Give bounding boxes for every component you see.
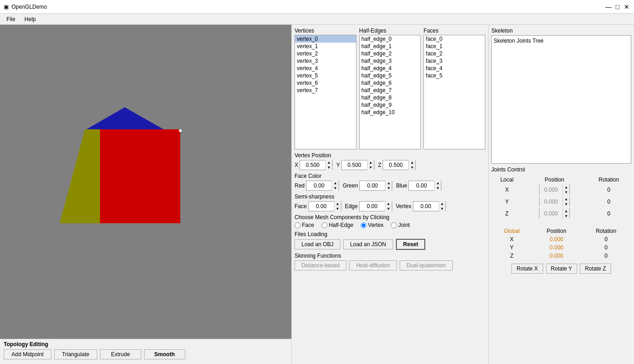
vertex-list-item[interactable]: vertex_3 [295,57,356,65]
green-down-arrow[interactable]: ▼ [385,186,392,191]
face-sharp-down-arrow[interactable]: ▼ [334,206,341,211]
load-json-button[interactable]: Load an JSON [343,239,393,249]
blue-input[interactable] [409,181,434,190]
vertices-list[interactable]: vertex_0vertex_1vertex_2vertex_3vertex_4… [295,35,356,149]
half-edge-list-item[interactable]: half_edge_10 [360,109,421,116]
edge-sharpness-spinbox[interactable]: ▲ ▼ [359,201,392,211]
half-edge-list-item[interactable]: half_edge_8 [360,94,421,101]
reset-button[interactable]: Reset [396,239,426,250]
radio-face[interactable]: Face [295,222,314,228]
face-list-item[interactable]: face_1 [424,43,485,50]
half-edge-list-item[interactable]: half_edge_6 [360,79,421,87]
half-edges-list[interactable]: half_edge_0half_edge_1half_edge_2half_ed… [359,35,421,149]
green-input[interactable] [360,181,385,190]
smooth-button[interactable]: Smooth [144,349,185,359]
half-edge-list-item[interactable]: half_edge_7 [360,87,421,94]
half-edge-list-item[interactable]: half_edge_5 [360,72,421,79]
y-input[interactable] [342,160,367,170]
radio-vertex-input[interactable] [361,222,367,228]
radio-joint-input[interactable] [391,222,397,228]
z-input[interactable] [383,160,408,170]
half-edge-list-item[interactable]: half_edge_4 [360,65,421,72]
z-spinbox[interactable]: ▲ ▼ [383,160,416,170]
z-down-arrow[interactable]: ▼ [409,165,415,170]
y-down-arrow[interactable]: ▼ [367,165,374,170]
add-midpoint-button[interactable]: Add Midpoint [4,349,51,359]
faces-list[interactable]: face_0face_1face_2face_3face_4face_5 [423,35,485,149]
face-list-item[interactable]: face_5 [424,72,485,79]
vertex-list-item[interactable]: vertex_1 [295,43,356,50]
y-spinbox[interactable]: ▲ ▼ [341,160,374,170]
local-pos-input[interactable] [539,197,562,207]
local-pos-up[interactable]: ▲ [563,197,569,202]
y-up-arrow[interactable]: ▲ [367,160,374,165]
local-pos-input[interactable] [539,185,562,195]
vertex-list-item[interactable]: vertex_6 [295,79,356,87]
minimize-button[interactable]: — [605,3,612,11]
skeleton-tree-box[interactable]: Skeleton Joints Tree [491,35,631,164]
triangulate-button[interactable]: Triangulate [54,349,97,359]
green-up-arrow[interactable]: ▲ [385,181,392,186]
vertex-sharpness-input[interactable] [413,202,439,211]
blue-down-arrow[interactable]: ▼ [434,186,441,191]
red-spinbox[interactable]: ▲ ▼ [306,181,339,191]
extrude-button[interactable]: Extrude [100,349,141,359]
x-up-arrow[interactable]: ▲ [326,160,332,165]
red-up-arrow[interactable]: ▲ [332,181,339,186]
face-list-item[interactable]: face_0 [424,35,485,43]
face-sharpness-input[interactable] [309,202,334,211]
local-pos-down[interactable]: ▼ [563,202,569,207]
half-edge-list-item[interactable]: half_edge_0 [360,35,421,43]
vertex-list-item[interactable]: vertex_7 [295,87,356,94]
3d-viewport[interactable] [0,25,291,339]
half-edge-list-item[interactable]: half_edge_9 [360,101,421,109]
x-spinbox[interactable]: ▲ ▼ [300,160,333,170]
local-position-cell[interactable]: ▲ ▼ [523,208,586,220]
close-button[interactable]: ✕ [623,3,630,11]
half-edge-list-item[interactable]: half_edge_2 [360,50,421,57]
radio-halfedge-input[interactable] [322,222,328,228]
vertex-list-item[interactable]: vertex_2 [295,50,356,57]
menu-help[interactable]: Help [20,15,40,23]
local-pos-up[interactable]: ▲ [563,209,569,214]
half-edge-list-item[interactable]: half_edge_3 [360,57,421,65]
distance-based-button[interactable]: Distance-based [295,260,346,270]
rotate-z-button[interactable]: Rotate Z [580,264,611,274]
green-spinbox[interactable]: ▲ ▼ [359,181,392,191]
rotate-x-button[interactable]: Rotate X [512,264,543,274]
x-input[interactable] [300,160,325,170]
local-pos-down[interactable]: ▼ [563,214,569,219]
x-down-arrow[interactable]: ▼ [326,165,332,170]
vertex-list-item[interactable]: vertex_0 [295,35,356,43]
menu-file[interactable]: File [2,15,20,23]
load-obj-button[interactable]: Load an OBJ [295,239,340,249]
red-down-arrow[interactable]: ▼ [332,186,339,191]
vertex-sharp-down-arrow[interactable]: ▼ [439,206,445,211]
half-edge-list-item[interactable]: half_edge_1 [360,43,421,50]
vertex-list-item[interactable]: vertex_4 [295,65,356,72]
radio-half-edge[interactable]: Half-Edge [322,222,353,228]
vertex-sharp-up-arrow[interactable]: ▲ [439,201,445,206]
face-list-item[interactable]: face_4 [424,65,485,72]
face-list-item[interactable]: face_3 [424,57,485,65]
edge-sharp-up-arrow[interactable]: ▲ [385,201,392,206]
radio-joint[interactable]: Joint [391,222,410,228]
edge-sharpness-input[interactable] [360,202,385,211]
maximize-button[interactable]: □ [614,3,621,11]
dual-quaternion-button[interactable]: Dual-quaternion [400,260,452,270]
edge-sharp-down-arrow[interactable]: ▼ [385,206,392,211]
vertex-sharpness-spinbox[interactable]: ▲ ▼ [413,201,446,211]
local-position-cell[interactable]: ▲ ▼ [523,184,586,196]
radio-vertex[interactable]: Vertex [361,222,384,228]
vertex-list-item[interactable]: vertex_5 [295,72,356,79]
face-sharp-up-arrow[interactable]: ▲ [334,201,341,206]
blue-up-arrow[interactable]: ▲ [434,181,441,186]
face-list-item[interactable]: face_2 [424,50,485,57]
z-up-arrow[interactable]: ▲ [409,160,415,165]
red-input[interactable] [306,181,332,190]
face-sharpness-spinbox[interactable]: ▲ ▼ [308,201,341,211]
heat-diffusion-button[interactable]: Heat-diffusion [349,260,397,270]
local-pos-up[interactable]: ▲ [563,185,569,190]
blue-spinbox[interactable]: ▲ ▼ [408,181,441,191]
local-pos-down[interactable]: ▼ [563,190,569,195]
